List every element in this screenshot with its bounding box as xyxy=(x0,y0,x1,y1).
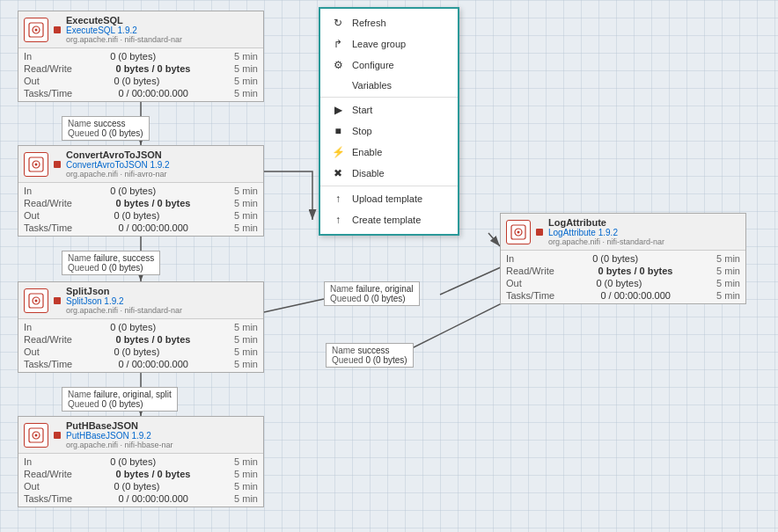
menu-item-start[interactable]: ▶ Start xyxy=(320,99,458,120)
menu-separator-4 xyxy=(320,97,458,98)
menu-separator-8 xyxy=(320,186,458,186)
menu-item-enable[interactable]: ⚡ Enable xyxy=(320,142,458,163)
menu-item-stop[interactable]: ■ Stop xyxy=(320,120,458,142)
in-row: In 0 (0 bytes) 5 min xyxy=(506,252,740,265)
in-label: In xyxy=(506,253,514,264)
menu-item-create-template[interactable]: ↑ Create template xyxy=(320,209,458,230)
processor-body: In 0 (0 bytes) 5 min Read/Write 0 bytes … xyxy=(18,183,263,236)
processor-icon xyxy=(24,423,48,448)
processor-version: ExecuteSQL 1.9.2 xyxy=(66,26,258,35)
status-dot xyxy=(54,297,61,304)
menu-item-disable[interactable]: ✖ Disable xyxy=(320,163,458,184)
tasks-value: 0 / 00:00:00.000 xyxy=(118,222,188,233)
context-menu: ↻ Refresh ↱ Leave group ⚙ Configure Vari… xyxy=(319,7,459,236)
processor-name: ExecuteSQL xyxy=(66,15,258,26)
conn-queued-label: Queued xyxy=(330,294,363,303)
conn-queued-label: Queued xyxy=(332,355,365,365)
rw-label: Read/Write xyxy=(24,198,72,208)
processor-name: LogAttribute xyxy=(548,217,740,228)
menu-item-leave-group[interactable]: ↱ Leave group xyxy=(320,33,458,55)
menu-label-configure: Configure xyxy=(352,60,394,70)
processor-name: ConvertAvroToJSON xyxy=(66,149,258,160)
out-label: Out xyxy=(24,481,40,492)
processor-header: PutHBaseJSON PutHBaseJSON 1.9.2 org.apac… xyxy=(18,417,263,454)
out-row: Out 0 (0 bytes) 5 min xyxy=(506,277,740,289)
processor-body: In 0 (0 bytes) 5 min Read/Write 0 bytes … xyxy=(18,48,263,101)
conn-queued-row: Queued 0 (0 bytes) xyxy=(68,128,143,138)
conn-name-row: Name failure, success xyxy=(68,253,154,263)
processor-name: PutHBaseJSON xyxy=(66,420,258,431)
processor-icon xyxy=(506,220,531,244)
menu-label-enable: Enable xyxy=(352,147,382,157)
menu-item-configure[interactable]: ⚙ Configure xyxy=(320,55,458,76)
menu-label-variables: Variables xyxy=(352,80,392,91)
menu-item-upload-template[interactable]: ↑ Upload template xyxy=(320,188,458,209)
processor-title: SplitJson SplitJson 1.9.2 org.apache.nif… xyxy=(66,286,258,315)
rw-row: Read/Write 0 bytes / 0 bytes 5 min xyxy=(24,62,258,75)
status-dot xyxy=(536,229,543,236)
out-value: 0 (0 bytes) xyxy=(114,210,159,221)
in-time: 5 min xyxy=(716,253,740,264)
status-dot xyxy=(54,432,61,439)
in-value: 0 (0 bytes) xyxy=(592,253,638,264)
processor-node-execute-sql: ExecuteSQL ExecuteSQL 1.9.2 org.apache.n… xyxy=(18,11,264,102)
conn-name-label: Name xyxy=(68,119,93,128)
tasks-row: Tasks/Time 0 / 00:00:00.000 5 min xyxy=(24,492,258,505)
in-label: In xyxy=(24,322,32,332)
out-row: Out 0 (0 bytes) 5 min xyxy=(24,209,258,222)
menu-item-refresh[interactable]: ↻ Refresh xyxy=(320,12,458,33)
rw-time: 5 min xyxy=(234,198,258,208)
tasks-label: Tasks/Time xyxy=(24,359,72,369)
tasks-label: Tasks/Time xyxy=(506,290,554,301)
conn-name-label: Name xyxy=(330,284,356,294)
tasks-time: 5 min xyxy=(234,222,258,233)
processor-name: SplitJson xyxy=(66,286,258,296)
rw-row: Read/Write 0 bytes / 0 bytes 5 min xyxy=(24,197,258,209)
processor-icon xyxy=(24,18,48,42)
conn-name-value: failure, original, split xyxy=(93,390,171,399)
in-row: In 0 (0 bytes) 5 min xyxy=(24,321,258,333)
in-value: 0 (0 bytes) xyxy=(110,51,156,62)
processor-header: LogAttribute LogAttribute 1.9.2 org.apac… xyxy=(501,214,745,251)
conn-queued-value: 0 (0 bytes) xyxy=(101,128,143,138)
processor-body: In 0 (0 bytes) 5 min Read/Write 0 bytes … xyxy=(501,251,745,303)
out-value: 0 (0 bytes) xyxy=(114,76,159,86)
menu-icon-upload-template: ↑ xyxy=(331,193,345,205)
status-dot xyxy=(54,161,61,168)
conn-name-value: success xyxy=(93,119,125,128)
processor-version: ConvertAvroToJSON 1.9.2 xyxy=(66,160,258,170)
conn-queued-label: Queued xyxy=(68,399,101,409)
processor-body: In 0 (0 bytes) 5 min Read/Write 0 bytes … xyxy=(18,319,263,372)
conn-name-row: Name failure, original, split xyxy=(68,390,172,399)
conn-queued-value: 0 (0 bytes) xyxy=(101,399,143,409)
menu-label-create-template: Create template xyxy=(352,215,421,225)
rw-row: Read/Write 0 bytes / 0 bytes 5 min xyxy=(24,468,258,480)
menu-item-variables[interactable]: Variables xyxy=(320,76,458,95)
conn-queued-value: 0 (0 bytes) xyxy=(365,355,407,365)
conn-name-row: Name success xyxy=(332,346,407,355)
out-label: Out xyxy=(24,76,40,86)
menu-icon-start: ▶ xyxy=(331,104,345,116)
out-label: Out xyxy=(24,210,40,221)
conn-queued-value: 0 (0 bytes) xyxy=(363,294,405,303)
in-value: 0 (0 bytes) xyxy=(110,456,156,467)
svg-point-9 xyxy=(35,299,38,302)
connection-label-conn2: Name failure, success Queued 0 (0 bytes) xyxy=(62,251,160,275)
conn-name-label: Name xyxy=(68,253,93,263)
tasks-value: 0 / 00:00:00.000 xyxy=(118,493,188,504)
rw-value: 0 bytes / 0 bytes xyxy=(115,334,190,345)
tasks-value: 0 / 00:00:00.000 xyxy=(600,290,671,301)
svg-point-15 xyxy=(517,230,520,233)
processor-icon xyxy=(24,288,48,313)
rw-time: 5 min xyxy=(716,266,740,276)
processor-org: org.apache.nifi · nifi-standard-nar xyxy=(548,237,740,246)
conn-queued-row: Queued 0 (0 bytes) xyxy=(332,355,407,365)
out-row: Out 0 (0 bytes) 5 min xyxy=(24,346,258,358)
connection-label-conn1: Name success Queued 0 (0 bytes) xyxy=(62,116,150,141)
conn-name-row: Name success xyxy=(68,119,143,128)
menu-label-upload-template: Upload template xyxy=(352,193,422,204)
processor-node-put-hbase: PutHBaseJSON PutHBaseJSON 1.9.2 org.apac… xyxy=(18,416,264,507)
svg-point-3 xyxy=(35,28,38,31)
processor-node-split-json: SplitJson SplitJson 1.9.2 org.apache.nif… xyxy=(18,281,264,373)
tasks-time: 5 min xyxy=(234,493,258,504)
